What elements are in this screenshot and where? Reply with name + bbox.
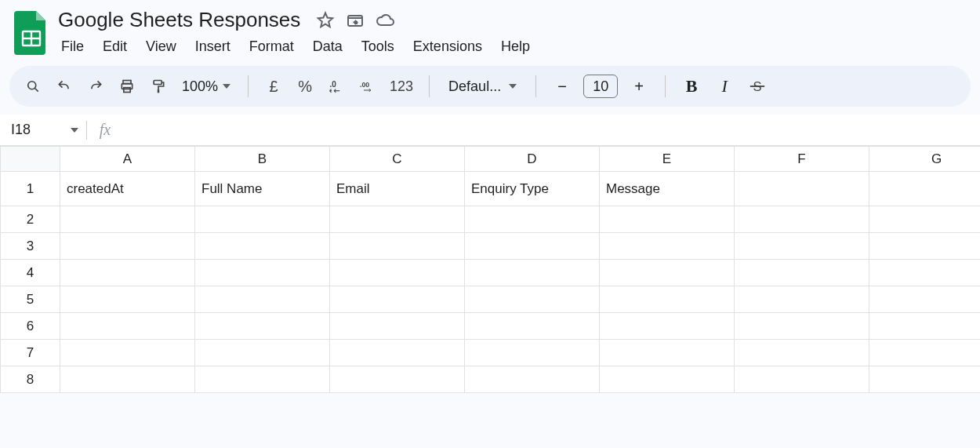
row-header-2[interactable]: 2 — [1, 206, 60, 233]
cell-B3[interactable] — [195, 233, 330, 260]
cell-C8[interactable] — [330, 366, 465, 393]
cell-E4[interactable] — [600, 260, 735, 286]
cell-D6[interactable] — [465, 313, 600, 340]
cell-G1[interactable] — [869, 172, 981, 206]
cell-E6[interactable] — [600, 313, 735, 340]
col-header-F[interactable]: F — [735, 147, 869, 172]
cell-D2[interactable] — [465, 206, 600, 233]
cell-D1[interactable]: Enquiry Type — [465, 172, 600, 206]
cell-E5[interactable] — [600, 286, 735, 313]
search-icon[interactable] — [20, 74, 45, 99]
number-format-button[interactable]: 123 — [387, 74, 416, 99]
cell-D4[interactable] — [465, 260, 600, 286]
col-header-C[interactable]: C — [330, 147, 465, 172]
menu-tools[interactable]: Tools — [354, 35, 402, 58]
col-header-A[interactable]: A — [60, 147, 195, 172]
cloud-status-icon[interactable] — [376, 11, 394, 30]
cell-B4[interactable] — [195, 260, 330, 286]
cell-B6[interactable] — [195, 313, 330, 340]
cell-D7[interactable] — [465, 340, 600, 366]
row-header-6[interactable]: 6 — [1, 313, 60, 340]
cell-G4[interactable] — [869, 260, 981, 286]
menu-data[interactable]: Data — [305, 35, 350, 58]
font-dropdown[interactable]: Defaul... — [442, 78, 523, 95]
paint-format-icon[interactable] — [146, 74, 171, 99]
cell-A8[interactable] — [60, 366, 195, 393]
menu-edit[interactable]: Edit — [95, 35, 135, 58]
cell-B2[interactable] — [195, 206, 330, 233]
cell-E8[interactable] — [600, 366, 735, 393]
col-header-E[interactable]: E — [600, 147, 735, 172]
name-box[interactable]: I18 — [0, 115, 86, 145]
cell-F6[interactable] — [735, 313, 869, 340]
col-header-D[interactable]: D — [465, 147, 600, 172]
cell-E3[interactable] — [600, 233, 735, 260]
decrease-decimal-icon[interactable]: .0 — [324, 74, 349, 99]
cell-D8[interactable] — [465, 366, 600, 393]
cell-D3[interactable] — [465, 233, 600, 260]
cell-G7[interactable] — [869, 340, 981, 366]
cell-C3[interactable] — [330, 233, 465, 260]
decrease-font-button[interactable]: − — [549, 73, 575, 100]
cell-A5[interactable] — [60, 286, 195, 313]
cell-A6[interactable] — [60, 313, 195, 340]
cell-C6[interactable] — [330, 313, 465, 340]
formula-input[interactable] — [123, 115, 980, 145]
cell-G2[interactable] — [869, 206, 981, 233]
cell-F2[interactable] — [735, 206, 869, 233]
row-header-7[interactable]: 7 — [1, 340, 60, 366]
undo-icon[interactable] — [52, 74, 77, 99]
menu-file[interactable]: File — [53, 35, 92, 58]
print-icon[interactable] — [114, 74, 140, 99]
row-header-1[interactable]: 1 — [1, 172, 60, 206]
cell-G5[interactable] — [869, 286, 981, 313]
redo-icon[interactable] — [83, 74, 108, 99]
cell-A4[interactable] — [60, 260, 195, 286]
star-icon[interactable] — [316, 11, 335, 30]
italic-button[interactable]: I — [711, 73, 738, 100]
cell-A1[interactable]: createdAt — [60, 172, 195, 206]
cell-C7[interactable] — [330, 340, 465, 366]
font-size-input[interactable]: 10 — [583, 75, 618, 98]
cell-C4[interactable] — [330, 260, 465, 286]
cell-C1[interactable]: Email — [330, 172, 465, 206]
zoom-dropdown[interactable]: 100% — [177, 78, 235, 95]
cell-B5[interactable] — [195, 286, 330, 313]
menu-help[interactable]: Help — [493, 35, 538, 58]
row-header-4[interactable]: 4 — [1, 260, 60, 286]
cell-A2[interactable] — [60, 206, 195, 233]
cell-B7[interactable] — [195, 340, 330, 366]
cell-G3[interactable] — [869, 233, 981, 260]
cell-F4[interactable] — [735, 260, 869, 286]
menu-insert[interactable]: Insert — [187, 35, 238, 58]
cell-F7[interactable] — [735, 340, 869, 366]
row-header-8[interactable]: 8 — [1, 366, 60, 393]
cell-G6[interactable] — [869, 313, 981, 340]
sheets-logo-icon[interactable] — [14, 11, 49, 55]
cell-F5[interactable] — [735, 286, 869, 313]
cell-E1[interactable]: Message — [600, 172, 735, 206]
fx-icon[interactable]: fx — [87, 121, 123, 139]
cell-E2[interactable] — [600, 206, 735, 233]
cell-F3[interactable] — [735, 233, 869, 260]
percent-button[interactable]: % — [292, 74, 318, 99]
cell-A3[interactable] — [60, 233, 195, 260]
menu-format[interactable]: Format — [241, 35, 302, 58]
currency-button[interactable]: £ — [261, 74, 286, 99]
row-header-3[interactable]: 3 — [1, 233, 60, 260]
cell-C5[interactable] — [330, 286, 465, 313]
select-all-corner[interactable] — [1, 147, 60, 172]
cell-F8[interactable] — [735, 366, 869, 393]
cell-F1[interactable] — [735, 172, 869, 206]
cell-E7[interactable] — [600, 340, 735, 366]
cell-B8[interactable] — [195, 366, 330, 393]
cell-G8[interactable] — [869, 366, 981, 393]
menu-extensions[interactable]: Extensions — [405, 35, 490, 58]
cell-C2[interactable] — [330, 206, 465, 233]
col-header-G[interactable]: G — [869, 147, 981, 172]
cell-A7[interactable] — [60, 340, 195, 366]
cell-D5[interactable] — [465, 286, 600, 313]
increase-decimal-icon[interactable]: .00 — [355, 74, 380, 99]
menu-view[interactable]: View — [138, 35, 184, 58]
bold-button[interactable]: B — [678, 73, 705, 100]
